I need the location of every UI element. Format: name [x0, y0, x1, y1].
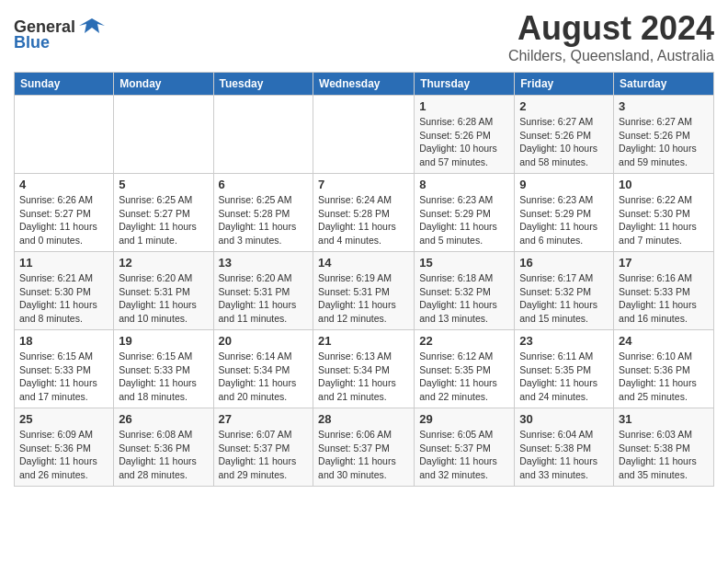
day-info: Sunrise: 6:15 AM Sunset: 5:33 PM Dayligh… [19, 350, 108, 404]
day-info: Sunrise: 6:03 AM Sunset: 5:38 PM Dayligh… [619, 428, 709, 482]
day-info: Sunrise: 6:17 AM Sunset: 5:32 PM Dayligh… [519, 271, 609, 326]
calendar-cell: 9Sunrise: 6:23 AM Sunset: 5:29 PM Daylig… [515, 174, 614, 252]
calendar-cell: 1Sunrise: 6:28 AM Sunset: 5:26 PM Daylig… [415, 96, 515, 174]
day-number: 23 [519, 334, 609, 348]
calendar-cell: 17Sunrise: 6:16 AM Sunset: 5:33 PM Dayli… [614, 252, 714, 330]
col-header-saturday: Saturday [614, 73, 714, 96]
day-info: Sunrise: 6:20 AM Sunset: 5:31 PM Dayligh… [219, 271, 309, 326]
day-info: Sunrise: 6:07 AM Sunset: 5:37 PM Dayligh… [219, 428, 309, 482]
calendar-cell: 15Sunrise: 6:18 AM Sunset: 5:32 PM Dayli… [415, 252, 515, 330]
calendar-cell: 10Sunrise: 6:22 AM Sunset: 5:30 PM Dayli… [614, 174, 714, 252]
day-number: 31 [619, 412, 709, 426]
calendar-cell: 18Sunrise: 6:15 AM Sunset: 5:33 PM Dayli… [15, 330, 114, 408]
calendar-cell: 16Sunrise: 6:17 AM Sunset: 5:32 PM Dayli… [515, 252, 614, 330]
day-number: 28 [318, 412, 409, 426]
day-info: Sunrise: 6:19 AM Sunset: 5:31 PM Dayligh… [318, 271, 409, 326]
day-number: 6 [219, 178, 309, 191]
calendar-cell: 12Sunrise: 6:20 AM Sunset: 5:31 PM Dayli… [114, 252, 213, 330]
calendar-cell: 24Sunrise: 6:10 AM Sunset: 5:36 PM Dayli… [614, 330, 714, 408]
day-number: 25 [19, 412, 108, 426]
day-number: 11 [19, 256, 108, 270]
calendar-header-row: SundayMondayTuesdayWednesdayThursdayFrid… [15, 73, 714, 96]
day-info: Sunrise: 6:24 AM Sunset: 5:28 PM Dayligh… [318, 193, 409, 247]
day-info: Sunrise: 6:18 AM Sunset: 5:32 PM Dayligh… [419, 271, 509, 326]
calendar-cell: 25Sunrise: 6:09 AM Sunset: 5:36 PM Dayli… [15, 408, 114, 487]
day-info: Sunrise: 6:28 AM Sunset: 5:26 PM Dayligh… [419, 115, 509, 169]
day-number: 18 [19, 334, 108, 348]
calendar-cell: 3Sunrise: 6:27 AM Sunset: 5:26 PM Daylig… [614, 96, 714, 174]
calendar-cell: 20Sunrise: 6:14 AM Sunset: 5:34 PM Dayli… [213, 330, 313, 408]
day-number: 2 [519, 99, 609, 113]
day-number: 21 [318, 334, 409, 348]
day-number: 9 [519, 178, 609, 191]
day-number: 8 [419, 178, 509, 191]
calendar-cell: 8Sunrise: 6:23 AM Sunset: 5:29 PM Daylig… [415, 174, 515, 252]
day-number: 13 [219, 256, 309, 270]
day-info: Sunrise: 6:04 AM Sunset: 5:38 PM Dayligh… [519, 428, 609, 482]
week-row-3: 11Sunrise: 6:21 AM Sunset: 5:30 PM Dayli… [15, 252, 714, 330]
col-header-sunday: Sunday [15, 73, 114, 96]
calendar-table: SundayMondayTuesdayWednesdayThursdayFrid… [14, 72, 714, 487]
day-number: 4 [19, 178, 108, 191]
week-row-5: 25Sunrise: 6:09 AM Sunset: 5:36 PM Dayli… [15, 408, 714, 487]
col-header-thursday: Thursday [415, 73, 515, 96]
calendar-cell: 22Sunrise: 6:12 AM Sunset: 5:35 PM Dayli… [415, 330, 515, 408]
calendar-cell: 2Sunrise: 6:27 AM Sunset: 5:26 PM Daylig… [515, 96, 614, 174]
header: General Blue August 2024 Childers, Queen… [14, 9, 714, 64]
day-number: 14 [318, 256, 409, 270]
calendar-cell [15, 96, 114, 174]
day-number: 29 [419, 412, 509, 426]
day-info: Sunrise: 6:25 AM Sunset: 5:28 PM Dayligh… [219, 193, 309, 247]
day-info: Sunrise: 6:14 AM Sunset: 5:34 PM Dayligh… [219, 350, 309, 404]
calendar-cell: 30Sunrise: 6:04 AM Sunset: 5:38 PM Dayli… [515, 408, 614, 487]
day-info: Sunrise: 6:06 AM Sunset: 5:37 PM Dayligh… [318, 428, 409, 482]
calendar-cell: 26Sunrise: 6:08 AM Sunset: 5:36 PM Dayli… [114, 408, 213, 487]
calendar-cell [114, 96, 213, 174]
day-number: 1 [419, 99, 509, 113]
page-title: August 2024 [508, 9, 714, 48]
logo-bird-icon [79, 17, 105, 37]
day-number: 12 [119, 256, 208, 270]
calendar-cell: 7Sunrise: 6:24 AM Sunset: 5:28 PM Daylig… [313, 174, 415, 252]
svg-marker-0 [79, 18, 105, 33]
day-number: 3 [619, 99, 709, 113]
day-number: 22 [419, 334, 509, 348]
title-area: August 2024 Childers, Queensland, Austra… [508, 9, 714, 64]
day-number: 20 [219, 334, 309, 348]
calendar-cell: 14Sunrise: 6:19 AM Sunset: 5:31 PM Dayli… [313, 252, 415, 330]
calendar-cell: 23Sunrise: 6:11 AM Sunset: 5:35 PM Dayli… [515, 330, 614, 408]
calendar-cell: 19Sunrise: 6:15 AM Sunset: 5:33 PM Dayli… [114, 330, 213, 408]
day-info: Sunrise: 6:26 AM Sunset: 5:27 PM Dayligh… [19, 193, 108, 247]
week-row-2: 4Sunrise: 6:26 AM Sunset: 5:27 PM Daylig… [15, 174, 714, 252]
calendar-cell [313, 96, 415, 174]
day-info: Sunrise: 6:25 AM Sunset: 5:27 PM Dayligh… [119, 193, 208, 247]
calendar-cell: 21Sunrise: 6:13 AM Sunset: 5:34 PM Dayli… [313, 330, 415, 408]
day-info: Sunrise: 6:22 AM Sunset: 5:30 PM Dayligh… [619, 193, 709, 247]
day-number: 15 [419, 256, 509, 270]
day-info: Sunrise: 6:27 AM Sunset: 5:26 PM Dayligh… [519, 115, 609, 169]
col-header-tuesday: Tuesday [213, 73, 313, 96]
day-info: Sunrise: 6:12 AM Sunset: 5:35 PM Dayligh… [419, 350, 509, 404]
day-info: Sunrise: 6:15 AM Sunset: 5:33 PM Dayligh… [119, 350, 208, 404]
col-header-friday: Friday [515, 73, 614, 96]
calendar-cell: 4Sunrise: 6:26 AM Sunset: 5:27 PM Daylig… [15, 174, 114, 252]
calendar-cell: 13Sunrise: 6:20 AM Sunset: 5:31 PM Dayli… [213, 252, 313, 330]
day-number: 24 [619, 334, 709, 348]
day-number: 26 [119, 412, 208, 426]
day-info: Sunrise: 6:20 AM Sunset: 5:31 PM Dayligh… [119, 271, 208, 326]
col-header-monday: Monday [114, 73, 213, 96]
day-number: 16 [519, 256, 609, 270]
day-number: 10 [619, 178, 709, 191]
day-number: 30 [519, 412, 609, 426]
day-info: Sunrise: 6:21 AM Sunset: 5:30 PM Dayligh… [19, 271, 108, 326]
day-info: Sunrise: 6:13 AM Sunset: 5:34 PM Dayligh… [318, 350, 409, 404]
day-info: Sunrise: 6:23 AM Sunset: 5:29 PM Dayligh… [519, 193, 609, 247]
day-info: Sunrise: 6:16 AM Sunset: 5:33 PM Dayligh… [619, 271, 709, 326]
day-info: Sunrise: 6:10 AM Sunset: 5:36 PM Dayligh… [619, 350, 709, 404]
day-number: 17 [619, 256, 709, 270]
day-number: 7 [318, 178, 409, 191]
calendar-cell: 31Sunrise: 6:03 AM Sunset: 5:38 PM Dayli… [614, 408, 714, 487]
calendar-cell: 28Sunrise: 6:06 AM Sunset: 5:37 PM Dayli… [313, 408, 415, 487]
day-number: 19 [119, 334, 208, 348]
day-info: Sunrise: 6:05 AM Sunset: 5:37 PM Dayligh… [419, 428, 509, 482]
